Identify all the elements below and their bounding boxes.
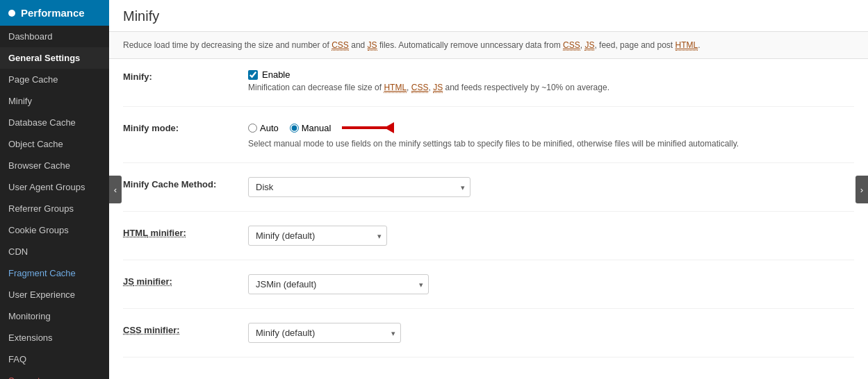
minify-mode-row: Minify mode: Auto Manual Select manu: [123, 121, 854, 163]
sidebar-item-cdn[interactable]: CDN: [0, 241, 109, 262]
sidebar-title: Performance: [21, 7, 85, 19]
manual-arrow-annotation: [342, 121, 398, 135]
js-label-text: JS: [123, 276, 134, 287]
auto-radio-text: Auto: [260, 123, 279, 133]
js-minifier-select-wrapper: JSMin (default) Closure Compiler (local)…: [248, 274, 429, 294]
minify-cache-method-control: Disk Opcode: Zend OPcache APC Memcache R…: [248, 177, 854, 197]
js-minifier-select[interactable]: JSMin (default) Closure Compiler (local)…: [248, 274, 429, 294]
html-link-hint[interactable]: HTML: [384, 83, 407, 93]
minify-mode-label: Minify mode:: [123, 121, 248, 133]
sidebar-logo-dot: [8, 10, 15, 17]
css-minifier-control: Minify (default) YUI Compressor None ▾: [248, 323, 854, 343]
css-minifier-row: CSS minifier: Minify (default) YUI Compr…: [123, 323, 854, 357]
sidebar-item-page-cache[interactable]: Page Cache: [0, 69, 109, 90]
auto-radio-label[interactable]: Auto: [248, 123, 279, 133]
minify-mode-control: Auto Manual Select manual mode to use fi…: [248, 121, 854, 149]
css-minifier-suffix: minifier:: [144, 325, 179, 335]
js-minifier-row: JS minifier: JSMin (default) Closure Com…: [123, 274, 854, 309]
minify-cache-method-select-wrapper: Disk Opcode: Zend OPcache APC Memcache R…: [248, 177, 470, 197]
html-minifier-select[interactable]: Minify (default) HTML Tidy None: [248, 226, 387, 246]
sidebar-item-cookie-groups[interactable]: Cookie Groups: [0, 219, 109, 241]
description-bar: Reduce load time by decreasing the size …: [109, 32, 868, 59]
minify-cache-method-select[interactable]: Disk Opcode: Zend OPcache APC Memcache R…: [248, 177, 470, 197]
expand-right-button[interactable]: ›: [855, 176, 868, 203]
minify-label: Minify:: [123, 69, 248, 82]
css-link-hint[interactable]: CSS: [411, 83, 429, 93]
sidebar-item-extensions[interactable]: Extensions: [0, 327, 109, 348]
sidebar-item-database-cache[interactable]: Database Cache: [0, 112, 109, 133]
minify-mode-radio-group: Auto Manual: [248, 121, 854, 135]
minify-enable-label[interactable]: Enable: [262, 69, 290, 80]
html-minifier-suffix: minifier:: [151, 228, 186, 238]
minify-enable-row: Minify: Enable Minification can decrease…: [123, 69, 854, 107]
sidebar-item-browser-cache[interactable]: Browser Cache: [0, 155, 109, 176]
sidebar-item-fragment-cache[interactable]: Fragment Cache: [0, 262, 109, 284]
css-minifier-select[interactable]: Minify (default) YUI Compressor None: [248, 323, 401, 343]
description-text: Reduce load time by decreasing the size …: [123, 40, 701, 51]
minify-control: Enable Minification can decrease file si…: [248, 69, 854, 92]
js-minifier-control: JSMin (default) Closure Compiler (local)…: [248, 274, 854, 294]
sidebar-item-general-settings[interactable]: General Settings: [0, 47, 109, 69]
html-minifier-control: Minify (default) HTML Tidy None ▾: [248, 226, 854, 246]
minify-cache-method-row: Minify Cache Method: Disk Opcode: Zend O…: [123, 177, 854, 212]
page-title: Minify: [109, 0, 868, 32]
js-minifier-label: JS minifier:: [123, 274, 248, 287]
js-link-desc[interactable]: JS: [368, 40, 377, 51]
button-row: Save all settings Empty cache: [123, 371, 854, 379]
css-link2-desc[interactable]: CSS: [563, 40, 580, 51]
sidebar-header[interactable]: Performance: [0, 0, 109, 26]
html-minifier-row: HTML minifier: Minify (default) HTML Tid…: [123, 226, 854, 260]
manual-radio[interactable]: [290, 124, 299, 133]
sidebar-item-user-experience[interactable]: User Experience: [0, 284, 109, 305]
manual-radio-label[interactable]: Manual: [290, 123, 331, 133]
sidebar-item-support[interactable]: Support: [0, 370, 109, 379]
css-minifier-label: CSS minifier:: [123, 323, 248, 335]
manual-radio-text: Manual: [302, 123, 331, 133]
html-label-text: HTML: [123, 228, 148, 238]
js-link-hint[interactable]: JS: [433, 83, 443, 93]
css-link-desc[interactable]: CSS: [331, 40, 349, 51]
main-content: Minify Reduce load time by decreasing th…: [109, 0, 868, 379]
content-area: Minify: Enable Minification can decrease…: [109, 59, 868, 379]
sidebar-item-monitoring[interactable]: Monitoring: [0, 305, 109, 327]
sidebar-item-dashboard[interactable]: Dashboard: [0, 26, 109, 47]
sidebar-item-user-agent-groups[interactable]: User Agent Groups: [0, 176, 109, 198]
sidebar-item-faq[interactable]: FAQ: [0, 348, 109, 370]
css-minifier-select-wrapper: Minify (default) YUI Compressor None ▾: [248, 323, 401, 343]
html-minifier-select-wrapper: Minify (default) HTML Tidy None ▾: [248, 226, 387, 246]
minify-checkbox-row: Enable: [248, 69, 854, 80]
sidebar-item-referrer-groups[interactable]: Referrer Groups: [0, 198, 109, 219]
css-label-text: CSS: [123, 325, 142, 335]
sidebar: Performance Dashboard General Settings P…: [0, 0, 109, 379]
minify-hint: Minification can decrease file size of H…: [248, 83, 854, 92]
html-minifier-label: HTML minifier:: [123, 226, 248, 238]
collapse-sidebar-button[interactable]: ‹: [109, 176, 122, 203]
sidebar-item-object-cache[interactable]: Object Cache: [0, 133, 109, 155]
js-minifier-suffix: minifier:: [137, 276, 172, 287]
minify-enable-checkbox[interactable]: [248, 70, 258, 80]
sidebar-item-minify[interactable]: Minify: [0, 90, 109, 112]
minify-cache-method-label: Minify Cache Method:: [123, 177, 248, 190]
html-link-desc[interactable]: HTML: [675, 40, 698, 51]
auto-radio[interactable]: [248, 124, 257, 133]
minify-mode-hint: Select manual mode to use fields on the …: [248, 139, 854, 149]
js-link2-desc[interactable]: JS: [584, 40, 594, 51]
